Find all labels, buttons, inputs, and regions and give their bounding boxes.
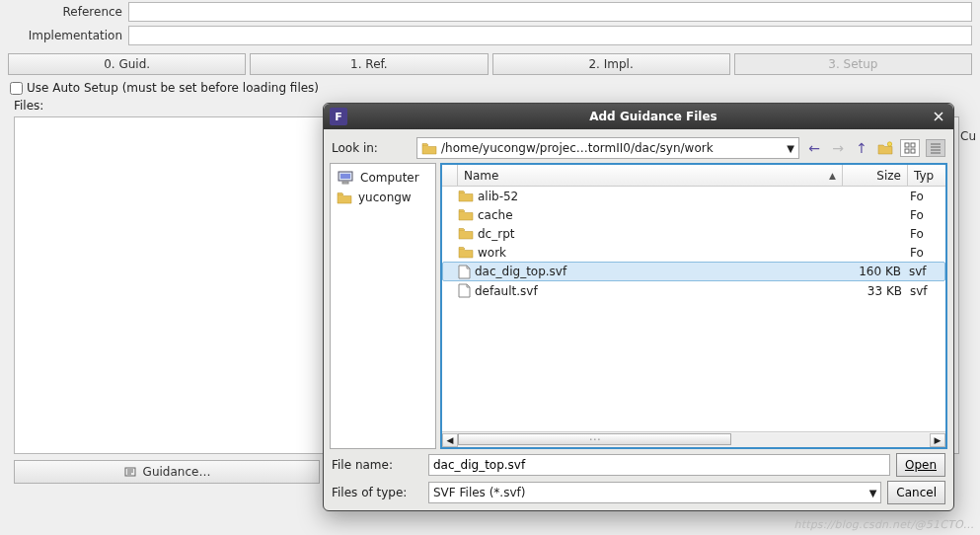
look-in-path-select[interactable]: /home/yucongw/projec…tormII0/dac/syn/wor… xyxy=(416,137,799,159)
file-type: Fo xyxy=(908,227,945,241)
file-name: dc_rpt xyxy=(478,227,514,241)
svg-point-6 xyxy=(887,142,891,146)
folder-icon xyxy=(337,191,352,204)
watermark: https://blog.csdn.net/@51CTO… xyxy=(793,518,974,531)
folder-icon xyxy=(458,246,474,259)
file-size: 33 KB xyxy=(843,284,908,298)
chevron-down-icon: ▼ xyxy=(869,488,877,498)
file-type: Fo xyxy=(908,190,945,203)
svg-rect-10 xyxy=(911,149,915,153)
file-type: svf xyxy=(908,284,945,298)
file-name: work xyxy=(478,246,506,260)
place-home[interactable]: yucongw xyxy=(333,188,433,207)
file-row[interactable]: dc_rptFo xyxy=(442,224,945,243)
file-name: alib-52 xyxy=(478,190,518,203)
nav-forward-icon: → xyxy=(829,139,847,157)
file-name-input[interactable] xyxy=(428,454,890,476)
file-icon xyxy=(458,265,471,279)
file-size: 160 KB xyxy=(842,265,907,278)
new-folder-icon[interactable] xyxy=(876,139,894,157)
files-of-type-value: SVF Files (*.svf) xyxy=(433,486,525,499)
svg-rect-16 xyxy=(340,174,350,179)
implementation-input[interactable] xyxy=(128,26,972,45)
dialog-titlebar[interactable]: F Add Guidance Files xyxy=(324,104,953,129)
file-list-pane: Name ▲ Size Typ alib-52FocacheFodc_rptFo… xyxy=(440,163,947,449)
guidance-icon xyxy=(123,465,137,479)
guidance-button[interactable]: Guidance… xyxy=(14,460,320,484)
place-label: Computer xyxy=(360,171,419,185)
column-type-header[interactable]: Typ xyxy=(908,165,945,186)
reference-label: Reference xyxy=(8,5,128,19)
files-of-type-label: Files of type: xyxy=(332,486,422,499)
place-computer[interactable]: Computer xyxy=(333,168,433,188)
scroll-thumb[interactable]: ⋯ xyxy=(458,433,731,445)
scroll-right-icon[interactable]: ▶ xyxy=(930,433,945,447)
chevron-down-icon: ▼ xyxy=(787,143,794,154)
folder-icon xyxy=(458,227,474,240)
truncated-label: Cu xyxy=(960,129,976,143)
auto-setup-checkbox[interactable] xyxy=(10,82,23,95)
folder-icon xyxy=(421,142,437,155)
open-button[interactable]: Open xyxy=(896,453,945,477)
folder-icon xyxy=(458,190,474,202)
file-row[interactable]: workFo xyxy=(442,243,945,262)
nav-up-icon[interactable]: ↑ xyxy=(853,139,870,157)
reference-input[interactable] xyxy=(128,2,972,22)
file-row[interactable]: default.svf33 KBsvf xyxy=(442,281,945,300)
files-of-type-select[interactable]: SVF Files (*.svf) ▼ xyxy=(428,482,881,503)
cancel-button[interactable]: Cancel xyxy=(887,481,945,504)
view-icons-button[interactable] xyxy=(900,139,920,157)
dialog-app-icon: F xyxy=(330,108,347,125)
implementation-label: Implementation xyxy=(8,29,128,42)
file-name: dac_dig_top.svf xyxy=(475,265,566,278)
file-row[interactable]: dac_dig_top.svf160 KBsvf xyxy=(442,262,945,281)
svg-rect-9 xyxy=(905,149,909,153)
file-name: default.svf xyxy=(475,284,538,298)
computer-icon xyxy=(337,171,354,185)
svg-rect-8 xyxy=(911,143,915,147)
scroll-left-icon[interactable]: ◀ xyxy=(442,433,458,447)
horizontal-scrollbar[interactable]: ◀ ⋯ ▶ xyxy=(442,431,945,447)
tab-impl[interactable]: 2. Impl. xyxy=(492,53,730,75)
sort-asc-icon: ▲ xyxy=(829,171,836,181)
file-type: Fo xyxy=(908,246,945,260)
add-guidance-files-dialog: F Add Guidance Files Look in: /home/yuco… xyxy=(323,103,954,511)
column-name-header[interactable]: Name ▲ xyxy=(458,165,843,186)
file-row[interactable]: alib-52Fo xyxy=(442,187,945,205)
place-label: yucongw xyxy=(358,191,412,204)
file-row[interactable]: cacheFo xyxy=(442,205,945,224)
tab-guid[interactable]: 0. Guid. xyxy=(8,53,246,75)
file-list-header: Name ▲ Size Typ xyxy=(442,165,945,187)
close-icon[interactable] xyxy=(930,108,947,125)
guidance-button-label: Guidance… xyxy=(143,465,211,479)
file-name-label: File name: xyxy=(332,458,422,472)
tab-ref[interactable]: 1. Ref. xyxy=(250,53,488,75)
look-in-label: Look in: xyxy=(332,141,411,155)
view-details-button[interactable] xyxy=(926,139,945,157)
folder-icon xyxy=(458,208,474,221)
dialog-title: Add Guidance Files xyxy=(353,110,953,123)
file-type: svf xyxy=(907,265,944,278)
file-name: cache xyxy=(478,208,513,222)
nav-back-icon[interactable]: ← xyxy=(805,139,823,157)
column-size-header[interactable]: Size xyxy=(843,165,908,186)
tab-setup: 3. Setup xyxy=(734,53,972,75)
file-icon xyxy=(458,283,471,298)
look-in-path: /home/yucongw/projec…tormII0/dac/syn/wor… xyxy=(441,141,783,155)
auto-setup-label: Use Auto Setup (must be set before loadi… xyxy=(27,81,319,95)
tabs-row: 0. Guid. 1. Ref. 2. Impl. 3. Setup xyxy=(0,47,980,79)
file-type: Fo xyxy=(908,208,945,222)
svg-rect-7 xyxy=(905,143,909,147)
svg-rect-17 xyxy=(342,182,348,184)
places-sidebar: Computer yucongw xyxy=(330,163,436,449)
